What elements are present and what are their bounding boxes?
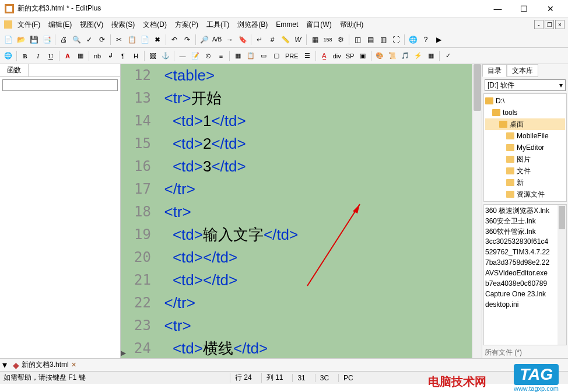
column-icon[interactable]: ▦ [309, 34, 321, 46]
break-icon[interactable]: ↲ [104, 50, 116, 62]
align-left-icon[interactable]: ≡ [215, 50, 227, 62]
file-item[interactable]: Capture One 23.lnk [485, 290, 565, 300]
file-item[interactable]: 360 极速浏览器X.lnk [485, 206, 565, 216]
menu-help[interactable]: 帮助(H) [336, 19, 367, 31]
refresh-icon[interactable]: ⟳ [96, 34, 108, 46]
undo-icon[interactable]: ↶ [169, 34, 180, 46]
code-line[interactable]: </tr> [156, 292, 482, 314]
file-filter[interactable]: 所有文件 (*) [482, 346, 568, 358]
file-item[interactable]: 529762_TIM3.4.7.22 [485, 248, 565, 258]
code-line[interactable]: <td>输入文字</td> [156, 223, 482, 246]
para-icon[interactable]: ¶ [117, 50, 129, 62]
tree-item[interactable]: 资源文件 [485, 188, 565, 200]
file-item[interactable]: 7ba3d3758d98e2.22 [485, 258, 565, 269]
file-item[interactable]: 360软件管家.lnk [485, 227, 565, 237]
list-icon[interactable]: ☰ [301, 50, 313, 62]
css-icon[interactable]: 🎨 [374, 50, 385, 62]
mdi-restore[interactable]: ❐ [545, 20, 554, 29]
bookmark-icon[interactable]: 🔖 [237, 34, 248, 46]
script-icon[interactable]: A̲ [318, 50, 330, 62]
heading-icon[interactable]: H [130, 50, 142, 62]
cliptext-tab[interactable]: 文本库 [507, 64, 538, 77]
linenum-icon[interactable]: # [267, 34, 278, 46]
js-icon[interactable]: 📜 [387, 50, 398, 62]
menu-view[interactable]: 视图(V) [76, 19, 107, 31]
tree-item[interactable]: 桌面 [485, 118, 565, 130]
bold-icon[interactable]: B [19, 50, 31, 62]
html-page-icon[interactable]: 🌐 [2, 50, 14, 62]
code-area[interactable]: <table> <tr>开始 <td>1</td> <td>2</td> <td… [156, 64, 482, 358]
replace-icon[interactable]: A/B [211, 34, 223, 46]
menu-search[interactable]: 搜索(S) [108, 19, 138, 31]
frame-icon[interactable]: ▦ [425, 50, 437, 62]
file-item[interactable]: b7ea4038e0c60789 [485, 279, 565, 290]
paste-icon[interactable]: 📄 [139, 34, 150, 46]
file-item[interactable]: 360安全卫士.lnk [485, 216, 565, 227]
menu-document[interactable]: 文档(D) [139, 19, 170, 31]
underline-icon[interactable]: U [45, 50, 57, 62]
font-color-icon[interactable]: A [62, 50, 73, 62]
pre-icon[interactable]: PRE [283, 50, 300, 62]
hex-icon[interactable]: 158 [322, 34, 334, 46]
window-cascade-icon[interactable]: ▥ [377, 34, 389, 46]
italic-icon[interactable]: I [32, 50, 44, 62]
code-line[interactable]: <tr> [156, 201, 482, 223]
mdi-minimize[interactable]: - [534, 20, 544, 29]
delete-icon[interactable]: ✖ [152, 34, 163, 46]
tree-item[interactable]: MyEditor [485, 142, 565, 153]
code-line[interactable]: <td>1</td> [156, 110, 482, 132]
code-line[interactable]: <td></td> [156, 246, 482, 269]
nbsp-icon[interactable]: nb [92, 50, 103, 62]
code-line[interactable]: </tr> [156, 178, 482, 201]
directory-tab[interactable]: 目录 [482, 64, 507, 77]
drive-select[interactable]: [D:] 软件 ▾ [485, 79, 566, 91]
menu-project[interactable]: 方案(P) [171, 19, 202, 31]
print-preview-icon[interactable]: 🔍 [71, 34, 82, 46]
tree-item[interactable]: tools [485, 107, 565, 118]
copy-icon[interactable]: 📋 [126, 34, 138, 46]
color-picker-icon[interactable]: ▦ [75, 50, 86, 62]
spell-check-icon[interactable]: ✓ [83, 34, 95, 46]
span-icon[interactable]: SP [344, 50, 356, 62]
mdi-close[interactable]: × [555, 20, 565, 29]
filelist-scrollbar[interactable] [558, 205, 566, 345]
folder-tree[interactable]: D:\tools桌面MobileFileMyEditor图片文件新资源文件 [483, 93, 567, 202]
save-all-icon[interactable]: 📑 [41, 34, 52, 46]
menu-browser[interactable]: 浏览器(B) [234, 19, 271, 31]
comment-icon[interactable]: 📝 [190, 50, 201, 62]
tree-item[interactable]: 新 [485, 177, 565, 188]
form-icon[interactable]: 📋 [245, 50, 257, 62]
anchor-icon[interactable]: ⚓ [160, 50, 171, 62]
find-icon[interactable]: 🔎 [198, 34, 210, 46]
filelist-thumb[interactable] [559, 206, 565, 229]
new-file-icon[interactable]: 📄 [2, 34, 14, 46]
wordwrap-icon[interactable]: ↵ [254, 34, 265, 46]
hr-icon[interactable]: — [177, 50, 188, 62]
textarea-icon[interactable]: ▢ [271, 50, 282, 62]
file-list[interactable]: 360 极速浏览器X.lnk360安全卫士.lnk360软件管家.lnk3cc3… [483, 204, 567, 345]
char-icon[interactable]: © [202, 50, 214, 62]
help-icon[interactable]: ? [420, 34, 432, 46]
settings-icon[interactable]: ⚙ [335, 34, 346, 46]
tab-list-icon[interactable]: ▾ [2, 359, 7, 370]
code-line[interactable]: <td>3</td> [156, 155, 482, 178]
file-item[interactable]: AVSVideoEditor.exe [485, 269, 565, 279]
editor-scrollbar[interactable] [472, 64, 482, 358]
code-line[interactable]: <tr>开始 [156, 87, 482, 110]
tree-item[interactable]: D:\ [485, 95, 565, 107]
flash-icon[interactable]: ⚡ [412, 50, 424, 62]
menu-tools[interactable]: 工具(T) [203, 19, 233, 31]
menu-window[interactable]: 窗口(W) [303, 19, 335, 31]
function-search-input[interactable] [2, 79, 118, 91]
fullscreen-icon[interactable]: ⛶ [390, 34, 402, 46]
scrollbar-thumb[interactable] [474, 64, 481, 111]
table-icon[interactable]: ▦ [232, 50, 244, 62]
code-line[interactable]: <tr> [156, 314, 482, 337]
minimize-button[interactable]: ― [485, 1, 511, 17]
tree-item[interactable]: 文件 [485, 165, 565, 177]
window-split-icon[interactable]: ◫ [352, 34, 363, 46]
close-button[interactable]: ✕ [537, 1, 563, 17]
code-line[interactable]: <td>横线</td> [156, 337, 482, 358]
print-icon[interactable]: 🖨 [58, 34, 69, 46]
code-line[interactable]: <table> [156, 64, 482, 87]
